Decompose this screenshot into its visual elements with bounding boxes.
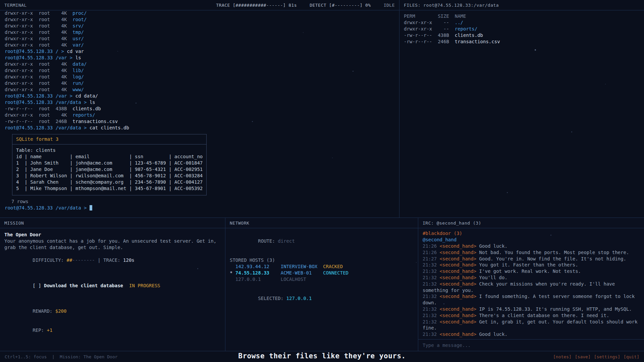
hosts-list: 142.93.44.12 INTERVIEW-BOX CRACKED* 74.5… [230, 263, 414, 283]
reward-row: REWARD: $200 [4, 302, 221, 321]
network-header-bar: NETWORK [225, 218, 418, 228]
sqlite-row: 2 | Jane Doe | jane@acme.com | 987-65-43… [16, 166, 203, 173]
terminal-line: root@74.55.128.33 /var/data > cat client… [5, 125, 394, 131]
mission-difficulty-row: DIFFICULTY: ##-------- | TRACE: 120s [4, 251, 221, 270]
file-row[interactable]: -rw-r--r-- 438B clients.db [404, 32, 640, 39]
terminal-line: root@74.55.128.33 /var/data > ls [5, 99, 394, 106]
objective-checkbox: [ ] [33, 283, 44, 288]
mission-trace-value: 120s [123, 257, 135, 263]
game-window: TERMINAL TRACE [###########------] 81s D… [0, 0, 644, 362]
detect-label: DETECT [310, 3, 326, 8]
terminal-title: TERMINAL [4, 3, 27, 8]
irc-message: 21:32 <second_hand> I found something. A… [423, 293, 640, 306]
irc-input-row [418, 339, 644, 351]
statusbar-button[interactable]: [settings] [594, 354, 620, 359]
sqlite-box: SQLite format 3Table: clientsid | name |… [12, 134, 207, 195]
trace-label: TRACE [216, 3, 230, 8]
terminal-line: drwxr-xr-x root 4K proc/ [5, 10, 394, 16]
terminal-line: root@74.55.128.33 / > cd var [5, 48, 394, 55]
idle-status-badge: IDLE [384, 3, 395, 8]
mission-description: Your anonymous contact has a job for you… [4, 238, 221, 251]
terminal-line: drwxr-xr-x root 4K srv/ [5, 23, 394, 29]
terminal-line: drwxr-xr-x root 4K lib/ [5, 67, 394, 74]
stored-hosts-header: STORED HOSTS (3) [230, 257, 414, 263]
file-row[interactable]: -rw-r--r-- 246B transactions.csv [404, 39, 640, 45]
mission-header-title: MISSION [4, 221, 24, 226]
files-panel: FILES: root@74.55.128.33:/var/data PERM … [399, 0, 644, 218]
irc-body[interactable]: #blackdoor (3) @second_hand 21:26 <secon… [418, 228, 644, 339]
status-meters: TRACE [###########------] 81s DETECT [#-… [216, 3, 395, 8]
bottom-row: MISSION The Open Door Your anonymous con… [0, 218, 644, 351]
difficulty-bar-filled: ## [66, 257, 72, 263]
route-label: ROUTE: [258, 238, 278, 244]
irc-channel-item[interactable]: #blackdoor (3) [423, 230, 640, 237]
terminal-line: -rw-r--r-- root 438B clients.db [5, 106, 394, 112]
network-panel: NETWORK ROUTE: direct STORED HOSTS (3) 1… [225, 218, 418, 351]
terminal-line: drwxr-xr-x root 4K reports/ [5, 112, 394, 118]
host-row[interactable]: 142.93.44.12 INTERVIEW-BOX CRACKED [230, 263, 414, 270]
sqlite-row: 3 | Robert Wilson | rwilson@email.com | … [16, 173, 203, 179]
terminal-line: drwxr-xr-x root 4K data/ [5, 61, 394, 67]
mission-title: The Open Door [4, 232, 221, 238]
terminal-line: drwxr-xr-x root 4K root/ [5, 16, 394, 23]
statusbar-buttons: [notes][save][settings][quit] [553, 354, 639, 359]
irc-message: 21:26 <second_hand> Good luck. [423, 243, 640, 249]
statusbar-button[interactable]: [quit] [624, 354, 639, 359]
route-value: direct [278, 238, 295, 244]
sqlite-row: 1 | John Smith | john@acme.com | 123-45-… [16, 160, 203, 166]
network-header-title: NETWORK [230, 221, 249, 226]
irc-panel: IRC: @second_hand (3) #blackdoor (3) @se… [418, 218, 644, 351]
irc-message: 21:32 <second_hand> Good luck. [423, 331, 640, 338]
mission-trace-label: | TRACE: [95, 257, 123, 263]
irc-message: 21:27 <second_hand> Good. You're in. Now… [423, 256, 640, 262]
mission-panel: MISSION The Open Door Your anonymous con… [0, 218, 225, 351]
sqlite-header-row: id | name | email | ssn | account_no [16, 154, 203, 160]
file-row[interactable]: drwxr-xr-x -- reports/ [404, 26, 640, 32]
difficulty-label: DIFFICULTY: [33, 257, 66, 263]
terminal-line: drwxr-xr-x root 4K run/ [5, 80, 394, 86]
rep-row: REP: +1 [4, 321, 221, 340]
irc-message: 21:26 <second_hand> Not bad. You found t… [423, 249, 640, 256]
file-row[interactable]: drwxr-xr-x -- ../ [404, 19, 640, 26]
files-columns-header: PERM SIZE NAME [404, 13, 640, 19]
host-row[interactable]: 127.0.0.1 LOCALHOST [230, 276, 414, 283]
sqlite-row: 4 | Sarah Chen | schen@company.org | 234… [16, 179, 203, 185]
host-row[interactable]: * 74.55.128.33 ACME-WEB-01 CONNECTED [230, 270, 414, 276]
sqlite-table-label: Table: clients [16, 147, 203, 154]
irc-messages: 21:26 <second_hand> Good luck.21:26 <sec… [423, 243, 640, 338]
terminal-output[interactable]: drwxr-xr-x root 4K proc/drwxr-xr-x root … [0, 10, 399, 218]
terminal-panel[interactable]: TERMINAL TRACE [###########------] 81s D… [0, 0, 399, 218]
terminal-line: root@74.55.128.33 /var > cd data/ [5, 93, 394, 99]
files-title: FILES: root@74.55.128.33:/var/data [404, 3, 499, 8]
objective-text: Download the client database [44, 283, 123, 288]
statusbar-button[interactable]: [save] [575, 354, 591, 359]
irc-title: IRC: @second_hand (3) [423, 221, 481, 226]
objective-status-badge: IN PROGRESS [129, 283, 160, 288]
irc-user-item[interactable]: @second_hand [423, 237, 640, 243]
irc-message: 21:32 <second_hand> You got it. Faster t… [423, 262, 640, 268]
terminal-prompt: root@74.55.128.33 /var/data > [5, 205, 394, 211]
statusbar-button[interactable]: [notes] [553, 354, 572, 359]
network-body: ROUTE: direct STORED HOSTS (3) 142.93.44… [225, 228, 418, 311]
terminal-cursor [90, 205, 92, 210]
mission-header-bar: MISSION [0, 218, 225, 228]
sqlite-title: SQLite format 3 [12, 134, 206, 144]
trace-meter: TRACE [###########------] 81s [216, 3, 297, 8]
detect-meter: DETECT [#---------] 0% [310, 3, 371, 8]
difficulty-bar-empty: -------- [72, 257, 95, 263]
selected-row: SELECTED: 127.0.0.1 [230, 289, 414, 308]
sqlite-row-count: 7 rows [11, 198, 394, 205]
files-list: PERM SIZE NAMEdrwxr-xr-x -- ../drwxr-xr-… [399, 10, 644, 48]
mission-objective-row: [ ] Download the client databaseIN PROGR… [4, 276, 221, 295]
irc-message-input[interactable] [423, 343, 640, 348]
terminal-line: drwxr-xr-x root 4K log/ [5, 74, 394, 80]
selected-value: 127.0.0.1 [286, 296, 312, 301]
irc-header-bar: IRC: @second_hand (3) [418, 218, 644, 228]
terminal-line: -rw-r--r-- root 246B transactions.csv [5, 118, 394, 125]
sqlite-row: 5 | Mike Thompson | mthompson@mail.net |… [16, 185, 203, 192]
irc-message: 21:32 <second_hand> IP is 74.55.128.33. … [423, 306, 640, 312]
terminal-line: drwxr-xr-x root 4K var/ [5, 42, 394, 48]
terminal-line: root@74.55.128.33 /var > ls [5, 55, 394, 61]
status-bar: Ctrl+1..5: focus | Mission: The Open Doo… [0, 351, 644, 362]
irc-message: 21:32 <second_hand> There's a client dat… [423, 312, 640, 319]
